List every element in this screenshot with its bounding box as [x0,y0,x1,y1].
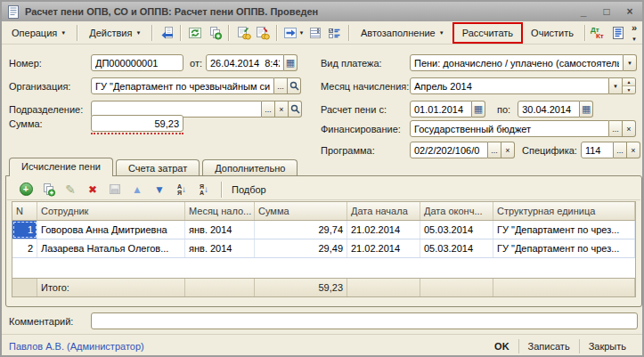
post-document-button[interactable] [158,23,175,42]
penalty-to-input[interactable] [518,101,580,118]
tab-additional[interactable]: Дополнительно [202,159,298,176]
date-end-cell[interactable]: 05.03.2014 [420,239,493,257]
program-input[interactable] [410,142,488,158]
end-edit-button[interactable] [107,182,123,198]
number-input[interactable] [91,54,183,71]
edit-row-button[interactable]: ✎ [62,182,78,198]
delete-row-button[interactable]: ✖ [85,182,101,198]
header-employee[interactable]: Сотрудник [37,202,185,220]
penalty-from-label: Расчет пени с: [321,104,410,115]
header-date-start[interactable]: Дата начала [347,202,420,220]
sum-cell[interactable]: 29,74 [255,221,347,239]
organization-open-button[interactable] [288,77,301,94]
calendar-button[interactable]: ▦ [284,54,298,71]
close-form-button[interactable]: Закрыть [580,341,635,352]
header-n[interactable]: N [12,202,37,220]
employee-cell[interactable]: Лазарева Наталья Олегов... [37,239,185,257]
row-number-cell[interactable]: 1 [12,221,37,239]
organization-select-button[interactable]: ... [274,77,288,94]
structure-button[interactable] [306,23,324,42]
post-document-icon [159,26,175,40]
date-end-cell[interactable]: 05.03.2014 [420,221,493,239]
copy-row-button[interactable] [40,182,56,198]
move-up-button[interactable]: ▲ [129,182,145,198]
document-movements-button[interactable] [234,23,252,42]
date-start-cell[interactable]: 21.02.2014 [347,221,420,239]
calendar-button[interactable]: ▦ [580,101,593,118]
unit-cell[interactable]: ГУ "Департамент по чрез... [493,239,635,257]
tab-penalty-calculation[interactable]: Исчисление пени [9,158,113,176]
dtkt-button[interactable]: Дт Кт [591,23,608,42]
copy-document-button[interactable] [206,23,224,42]
penalty-from-input[interactable] [410,101,472,118]
penalty-to-label: по: [497,104,510,115]
pick-button[interactable]: Подбор [232,184,266,195]
financing-clear-button[interactable]: × [623,120,636,137]
table-row[interactable]: 1 Говорова Анна Дмитриевна янв. 2014 29,… [12,221,635,239]
accrual-month-spinner[interactable]: ▲ ▼ [623,77,636,94]
program-clear-button[interactable]: × [501,142,515,158]
row-number-cell[interactable]: 2 [12,239,37,257]
specifics-clear-button[interactable]: × [627,142,640,158]
move-down-button[interactable]: ▼ [151,182,167,198]
accrual-month-combo[interactable] [410,77,609,94]
ok-button[interactable]: OK [485,341,518,352]
minimize-button[interactable]: _ [576,4,591,19]
checklist-icon [327,26,342,40]
payment-type-dropdown-button[interactable]: ▼ [624,54,637,71]
document-datetime-input[interactable] [206,54,284,71]
goto-button[interactable]: ▼ [282,23,305,42]
clear-button[interactable]: Очистить [525,24,580,42]
list-settings-button[interactable] [326,23,344,42]
payment-type-combo[interactable] [410,54,624,71]
specifics-input[interactable] [581,142,614,158]
header-sum[interactable]: Сумма [255,202,347,220]
header-month[interactable]: Месяц нало... [185,202,255,220]
toolbar-overflow-button[interactable]: » ▼ [630,23,639,43]
employee-cell[interactable]: Говорова Анна Дмитриевна [37,221,185,239]
operation-menu-button[interactable]: Операция ▼ [5,24,72,42]
header-date-end[interactable]: Дата оконч... [420,202,493,220]
month-cell[interactable]: янв. 2014 [185,221,255,239]
sort-ascending-button[interactable]: АЯ ↓ [174,182,190,198]
calculate-button[interactable]: Рассчитать [460,26,516,40]
month-cell[interactable]: янв. 2014 [185,239,255,257]
tab-expense-accounts[interactable]: Счета затрат [116,159,200,176]
accrual-month-dropdown-button[interactable]: ▼ [609,77,623,94]
status-bar: Павлов А.В. (Администратор) OK Записать … [2,334,642,357]
financing-input[interactable] [410,120,609,137]
specifics-select-button[interactable]: ... [614,142,627,158]
report-button[interactable] [610,23,628,42]
sum-cell[interactable]: 29,49 [255,239,347,257]
table-header-row: N Сотрудник Месяц нало... Сумма Дата нач… [12,202,635,221]
organization-input[interactable] [91,77,274,94]
spin-up-icon[interactable]: ▲ [623,78,635,86]
number-label: Номер: [9,58,91,69]
report-icon [611,26,626,40]
spin-down-icon[interactable]: ▼ [623,86,635,93]
program-select-button[interactable]: ... [488,142,501,158]
refresh-button[interactable] [186,23,204,42]
date-from-label: от: [190,58,202,69]
sort-descending-button[interactable]: ЯА ↓ [196,182,212,198]
sum-label: Сумма: [9,118,91,129]
table-row[interactable]: 2 Лазарева Наталья Олегов... янв. 2014 2… [12,239,635,258]
actions-menu-button[interactable]: Действия ▼ [83,24,147,42]
close-button[interactable]: × [623,4,637,19]
toolbar-separator [180,25,182,41]
cancel-movements-button[interactable] [254,23,272,42]
add-row-button[interactable]: + [18,182,34,198]
goto-arrow-icon [283,26,298,40]
unit-cell[interactable]: ГУ "Департамент по чрез... [493,221,635,239]
header-unit[interactable]: Структурная единица [493,202,635,220]
current-user-link[interactable]: Павлов А.В. (Администратор) [9,341,144,352]
date-start-cell[interactable]: 21.02.2014 [347,239,420,257]
dtkt-icon: Дт Кт [591,27,608,39]
financing-select-button[interactable]: ... [609,120,623,137]
maximize-button[interactable]: □ [599,4,614,19]
comment-input[interactable] [91,312,638,329]
save-button[interactable]: Записать [519,341,579,352]
autofill-menu-button[interactable]: Автозаполнение ▼ [355,24,451,42]
sum-input[interactable] [91,115,183,132]
calendar-button[interactable]: ▦ [472,101,485,118]
